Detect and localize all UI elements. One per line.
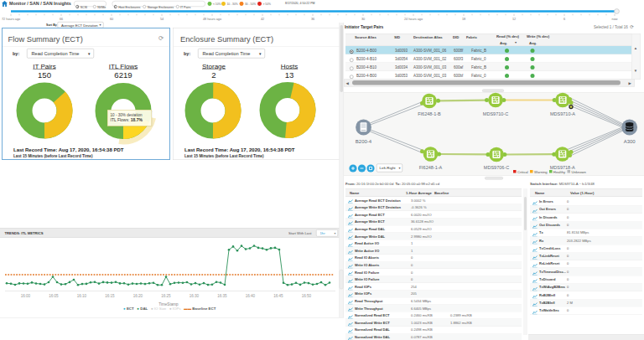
svg-text:16:05: 16:05 [49,294,59,298]
svg-text:FI6248-1-A: FI6248-1-A [419,165,443,170]
svg-text:16:25: 16:25 [161,294,171,298]
svg-text:16:15: 16:15 [105,294,115,298]
svg-text:MDS9710-A: MDS9710-A [550,111,575,116]
svg-text:16:10: 16:10 [77,294,87,298]
svg-text:16:50: 16:50 [302,294,312,298]
svg-text:A300: A300 [624,139,636,144]
svg-text:16:00: 16:00 [21,294,31,298]
svg-text:MDS9710-C: MDS9710-C [483,111,508,116]
svg-text:16:30: 16:30 [190,294,200,298]
svg-text:16:40: 16:40 [246,294,256,298]
svg-text:B200-4: B200-4 [356,139,372,144]
svg-text:16:45: 16:45 [273,294,283,298]
svg-text:16:20: 16:20 [133,294,143,298]
svg-text:16:35: 16:35 [217,294,227,298]
svg-text:FI6248-1-B: FI6248-1-B [418,111,441,116]
svg-text:TimeStamp: TimeStamp [158,302,179,307]
svg-text:MDS9706-C: MDS9706-C [484,165,509,170]
